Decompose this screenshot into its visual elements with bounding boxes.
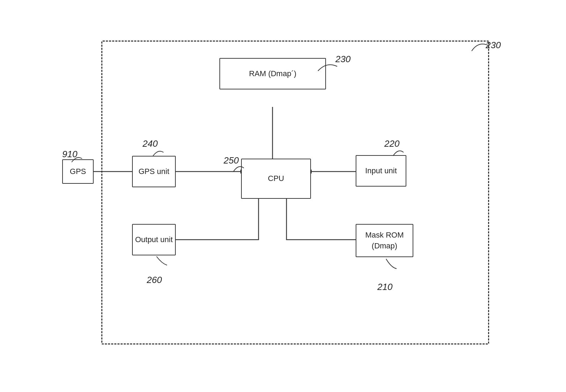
- gps-unit-box: GPS unit: [132, 156, 176, 187]
- ref-230-indicator: [314, 59, 342, 74]
- diagram-wrapper: 230 910 GPS 240 GPS unit 230 RAM (Dmap´)…: [56, 30, 510, 362]
- cpu-label: CPU: [268, 173, 284, 184]
- gps-label: GPS: [70, 166, 86, 177]
- ref-220-indicator: [390, 145, 407, 159]
- mask-rom-box: Mask ROM (Dmap): [356, 224, 413, 257]
- ref-200-indicator: [468, 37, 496, 55]
- gps-unit-label: GPS unit: [138, 166, 169, 177]
- ram-label: RAM (Dmap´): [249, 68, 297, 79]
- ram-box: RAM (Dmap´): [219, 58, 326, 89]
- ref-210-indicator: [383, 255, 400, 273]
- cpu-box: CPU: [241, 159, 311, 199]
- output-unit-label: Output unit: [135, 234, 173, 245]
- ref-260: 260: [147, 275, 162, 285]
- input-unit-label: Input unit: [365, 166, 397, 176]
- ref-250-indicator: [230, 161, 247, 175]
- ref-910-indicator: [68, 152, 86, 166]
- ref-240-indicator: [150, 145, 167, 159]
- page: 230 910 GPS 240 GPS unit 230 RAM (Dmap´)…: [0, 0, 566, 392]
- output-unit-box: Output unit: [132, 224, 176, 255]
- mask-rom-label: Mask ROM (Dmap): [365, 230, 404, 252]
- ref-260-indicator: [153, 253, 170, 269]
- ref-210: 210: [377, 282, 392, 292]
- input-unit-box: Input unit: [356, 155, 406, 187]
